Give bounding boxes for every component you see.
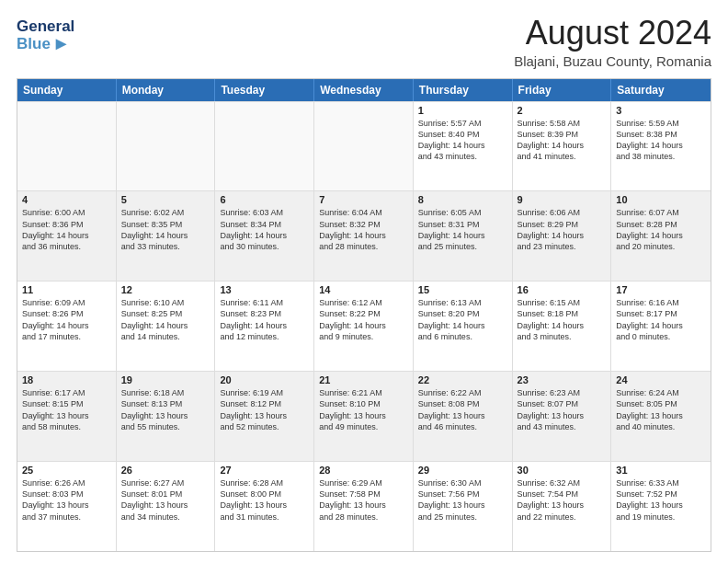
day-detail-r2-c2: Sunrise: 6:11 AM Sunset: 8:23 PM Dayligh… [220,297,309,342]
day-detail-r3-c4: Sunrise: 6:22 AM Sunset: 8:08 PM Dayligh… [418,387,507,432]
day-detail-r2-c6: Sunrise: 6:16 AM Sunset: 8:17 PM Dayligh… [616,297,706,342]
day-detail-r4-c6: Sunrise: 6:33 AM Sunset: 7:52 PM Dayligh… [616,477,706,523]
cal-cell-r3-c0: 18Sunrise: 6:17 AM Sunset: 8:15 PM Dayli… [17,372,117,461]
cal-cell-r1-c0: 4Sunrise: 6:00 AM Sunset: 8:36 PM Daylig… [17,191,117,281]
day-number-r4-c6: 31 [616,465,706,476]
header-sunday: Sunday [17,79,117,101]
cal-cell-r0-c5: 2Sunrise: 5:58 AM Sunset: 8:39 PM Daylig… [513,102,612,191]
cal-cell-r2-c6: 17Sunrise: 6:16 AM Sunset: 8:17 PM Dayli… [611,282,711,371]
day-detail-r4-c2: Sunrise: 6:28 AM Sunset: 8:00 PM Dayligh… [220,477,309,523]
title-section: August 2024 Blajani, Buzau County, Roman… [514,15,711,69]
cal-cell-r4-c0: 25Sunrise: 6:26 AM Sunset: 8:03 PM Dayli… [17,462,117,551]
day-number-r2-c3: 14 [319,284,408,295]
day-detail-r3-c2: Sunrise: 6:19 AM Sunset: 8:12 PM Dayligh… [220,387,309,432]
subtitle: Blajani, Buzau County, Romania [514,53,711,69]
logo: General Blue ► [17,18,74,52]
cal-cell-r4-c5: 30Sunrise: 6:32 AM Sunset: 7:54 PM Dayli… [513,462,612,551]
day-number-r4-c1: 26 [121,465,210,476]
day-detail-r1-c0: Sunrise: 6:00 AM Sunset: 8:36 PM Dayligh… [22,207,111,252]
cal-cell-r1-c4: 8Sunrise: 6:05 AM Sunset: 8:31 PM Daylig… [414,191,513,281]
calendar-row-1: 4Sunrise: 6:00 AM Sunset: 8:36 PM Daylig… [17,190,711,281]
day-number-r3-c0: 18 [22,374,111,385]
cal-cell-r4-c1: 26Sunrise: 6:27 AM Sunset: 8:01 PM Dayli… [117,462,216,551]
day-number-r0-c4: 1 [418,105,507,116]
calendar-row-2: 11Sunrise: 6:09 AM Sunset: 8:26 PM Dayli… [17,281,711,371]
cal-cell-r2-c0: 11Sunrise: 6:09 AM Sunset: 8:26 PM Dayli… [17,282,117,371]
cal-cell-r3-c3: 21Sunrise: 6:21 AM Sunset: 8:10 PM Dayli… [314,372,414,461]
day-number-r3-c6: 24 [616,374,706,385]
header-wednesday: Wednesday [314,79,414,101]
day-number-r3-c2: 20 [220,374,309,385]
cal-cell-r3-c1: 19Sunrise: 6:18 AM Sunset: 8:13 PM Dayli… [117,372,216,461]
day-number-r2-c4: 15 [418,284,507,295]
cal-cell-r0-c4: 1Sunrise: 5:57 AM Sunset: 8:40 PM Daylig… [414,102,513,191]
day-number-r1-c5: 9 [518,194,607,205]
calendar-header: Sunday Monday Tuesday Wednesday Thursday… [17,79,711,101]
cal-cell-r0-c6: 3Sunrise: 5:59 AM Sunset: 8:38 PM Daylig… [611,102,711,191]
day-detail-r2-c5: Sunrise: 6:15 AM Sunset: 8:18 PM Dayligh… [518,297,607,342]
header-tuesday: Tuesday [215,79,314,101]
day-number-r3-c4: 22 [418,374,507,385]
cal-cell-r1-c2: 6Sunrise: 6:03 AM Sunset: 8:34 PM Daylig… [215,191,314,281]
cal-cell-r1-c6: 10Sunrise: 6:07 AM Sunset: 8:28 PM Dayli… [611,191,711,281]
cal-cell-r4-c2: 27Sunrise: 6:28 AM Sunset: 8:00 PM Dayli… [215,462,314,551]
day-number-r4-c2: 27 [220,465,309,476]
day-detail-r1-c4: Sunrise: 6:05 AM Sunset: 8:31 PM Dayligh… [418,207,507,252]
day-number-r3-c1: 19 [121,374,210,385]
cal-cell-r4-c6: 31Sunrise: 6:33 AM Sunset: 7:52 PM Dayli… [611,462,711,551]
day-detail-r1-c6: Sunrise: 6:07 AM Sunset: 8:28 PM Dayligh… [616,207,706,252]
day-detail-r1-c1: Sunrise: 6:02 AM Sunset: 8:35 PM Dayligh… [121,207,210,252]
day-number-r1-c3: 7 [319,194,408,205]
cal-cell-r4-c3: 28Sunrise: 6:29 AM Sunset: 7:58 PM Dayli… [314,462,414,551]
day-detail-r4-c1: Sunrise: 6:27 AM Sunset: 8:01 PM Dayligh… [121,477,210,523]
day-number-r1-c2: 6 [220,194,309,205]
cal-cell-r2-c2: 13Sunrise: 6:11 AM Sunset: 8:23 PM Dayli… [215,282,314,371]
day-detail-r3-c1: Sunrise: 6:18 AM Sunset: 8:13 PM Dayligh… [121,387,210,432]
cal-cell-r2-c5: 16Sunrise: 6:15 AM Sunset: 8:18 PM Dayli… [513,282,612,371]
calendar-body: 1Sunrise: 5:57 AM Sunset: 8:40 PM Daylig… [17,101,711,551]
day-detail-r4-c5: Sunrise: 6:32 AM Sunset: 7:54 PM Dayligh… [518,477,607,523]
day-detail-r2-c4: Sunrise: 6:13 AM Sunset: 8:20 PM Dayligh… [418,297,507,342]
cal-cell-r3-c5: 23Sunrise: 6:23 AM Sunset: 8:07 PM Dayli… [513,372,612,461]
header-thursday: Thursday [414,79,513,101]
day-number-r4-c5: 30 [518,465,607,476]
day-number-r2-c0: 11 [22,284,111,295]
cal-cell-r1-c5: 9Sunrise: 6:06 AM Sunset: 8:29 PM Daylig… [513,191,612,281]
cal-cell-r0-c0 [17,102,117,191]
cal-cell-r1-c3: 7Sunrise: 6:04 AM Sunset: 8:32 PM Daylig… [314,191,414,281]
day-detail-r3-c6: Sunrise: 6:24 AM Sunset: 8:05 PM Dayligh… [616,387,706,432]
day-detail-r1-c5: Sunrise: 6:06 AM Sunset: 8:29 PM Dayligh… [518,207,607,252]
day-number-r2-c6: 17 [616,284,706,295]
header-monday: Monday [117,79,216,101]
day-detail-r3-c0: Sunrise: 6:17 AM Sunset: 8:15 PM Dayligh… [22,387,111,432]
day-detail-r2-c0: Sunrise: 6:09 AM Sunset: 8:26 PM Dayligh… [22,297,111,342]
day-detail-r4-c3: Sunrise: 6:29 AM Sunset: 7:58 PM Dayligh… [319,477,408,523]
cal-cell-r2-c1: 12Sunrise: 6:10 AM Sunset: 8:25 PM Dayli… [117,282,216,371]
cal-cell-r0-c2 [215,102,314,191]
calendar-row-0: 1Sunrise: 5:57 AM Sunset: 8:40 PM Daylig… [17,101,711,191]
day-number-r1-c1: 5 [121,194,210,205]
day-number-r4-c4: 29 [418,465,507,476]
cal-cell-r3-c6: 24Sunrise: 6:24 AM Sunset: 8:05 PM Dayli… [611,372,711,461]
day-detail-r3-c3: Sunrise: 6:21 AM Sunset: 8:10 PM Dayligh… [319,387,408,432]
logo-general: General [17,18,74,34]
day-number-r2-c5: 16 [518,284,607,295]
day-number-r2-c2: 13 [220,284,309,295]
day-detail-r3-c5: Sunrise: 6:23 AM Sunset: 8:07 PM Dayligh… [518,387,607,432]
day-detail-r0-c5: Sunrise: 5:58 AM Sunset: 8:39 PM Dayligh… [518,118,607,163]
day-number-r1-c0: 4 [22,194,111,205]
day-number-r4-c3: 28 [319,465,408,476]
header: General Blue ► August 2024 Blajani, Buza… [17,15,711,69]
day-number-r4-c0: 25 [22,465,111,476]
page: General Blue ► August 2024 Blajani, Buza… [0,0,728,563]
header-friday: Friday [513,79,612,101]
cal-cell-r4-c4: 29Sunrise: 6:30 AM Sunset: 7:56 PM Dayli… [414,462,513,551]
cal-cell-r3-c2: 20Sunrise: 6:19 AM Sunset: 8:12 PM Dayli… [215,372,314,461]
main-title: August 2024 [514,15,711,52]
day-detail-r2-c3: Sunrise: 6:12 AM Sunset: 8:22 PM Dayligh… [319,297,408,342]
cal-cell-r0-c1 [117,102,216,191]
calendar: Sunday Monday Tuesday Wednesday Thursday… [17,78,711,552]
day-detail-r0-c6: Sunrise: 5:59 AM Sunset: 8:38 PM Dayligh… [616,118,706,163]
cal-cell-r2-c3: 14Sunrise: 6:12 AM Sunset: 8:22 PM Dayli… [314,282,414,371]
day-detail-r4-c4: Sunrise: 6:30 AM Sunset: 7:56 PM Dayligh… [418,477,507,523]
